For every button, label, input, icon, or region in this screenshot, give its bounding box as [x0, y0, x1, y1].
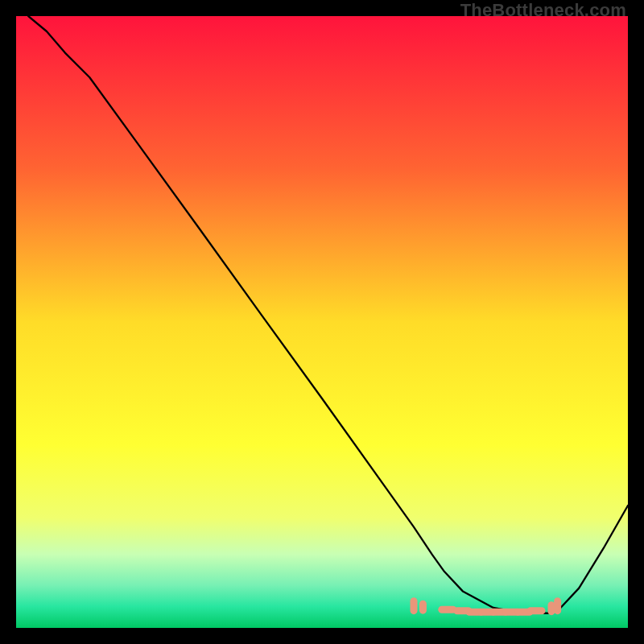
watermark-text: TheBottleneck.com — [460, 0, 626, 21]
bottleneck-curve-chart — [16, 16, 628, 628]
chart-frame — [16, 16, 628, 628]
